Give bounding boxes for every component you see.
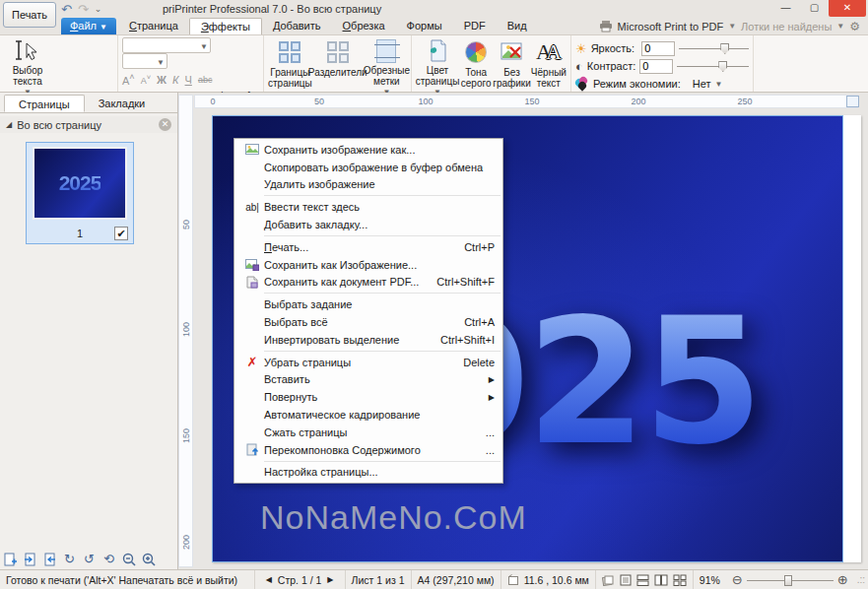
menu-item-select-all[interactable]: Выбрать всё Ctrl+A [234, 313, 502, 331]
contrast-input[interactable] [639, 59, 673, 74]
printer-caret-icon[interactable]: ▼ [728, 22, 736, 31]
strikethrough-button[interactable]: abc [198, 75, 213, 85]
statusbar: Готово к печати ('Alt+X' Напечатать всё … [0, 569, 868, 589]
quick-access-toolbar: ↶ ↷ ⌄ [61, 1, 101, 17]
insert-page-before-icon[interactable] [22, 551, 38, 567]
insert-page-after-icon[interactable] [41, 551, 58, 567]
menu-item-paste[interactable]: Вставить ▶ [234, 371, 502, 389]
menu-separator [264, 195, 501, 196]
menu-separator [264, 235, 501, 236]
tab-crop[interactable]: Обрезка [332, 18, 396, 34]
brightness-slider[interactable] [679, 41, 749, 55]
page-thumbnail[interactable]: 2025 1 ✔ [26, 142, 134, 244]
tab-add[interactable]: Добавить [262, 18, 332, 34]
crop-marks-icon [376, 39, 396, 63]
printer-select[interactable]: Microsoft Print to PDF [618, 21, 724, 33]
next-page-icon[interactable]: ▶ [321, 575, 339, 584]
panel-tab-pages[interactable]: Страницы [4, 95, 85, 112]
page-checkbox[interactable]: ✔ [114, 227, 128, 240]
economy-caret-icon[interactable]: ▼ [714, 80, 722, 89]
ribbon: Выбор текста▼ Поиск▼ Копирование Измерен… [0, 34, 868, 93]
maximize-button[interactable]: ▢ [800, 0, 829, 17]
save-pdf-icon [240, 276, 264, 289]
tab-effects[interactable]: Эффекты [189, 18, 262, 34]
resize-grip[interactable]: .:: [854, 574, 868, 585]
page-borders-button[interactable]: Границы страницы [268, 37, 312, 91]
menu-item-page-setup[interactable]: Настройка страницы... [234, 464, 502, 482]
ribbon-group-color: Цвет страницы▼ Тона серого Без графики A… [412, 35, 571, 92]
panel-tab-bookmarks[interactable]: Закладки [85, 95, 160, 112]
minimize-button[interactable]: — [771, 0, 800, 17]
page-setup-icon[interactable] [846, 96, 859, 107]
pages-stack-icon[interactable] [602, 574, 615, 586]
tab-file[interactable]: Файл ▼ [61, 18, 116, 34]
black-text-button[interactable]: AA Чёрный текст [531, 37, 567, 91]
tab-pdf[interactable]: PDF [453, 18, 497, 34]
tab-view[interactable]: Вид [497, 18, 538, 34]
italic-button[interactable]: К [172, 74, 178, 86]
undo-icon[interactable]: ↶ [61, 2, 72, 17]
menu-item-rotate[interactable]: Повернуть ▶ [234, 388, 502, 406]
rotate-ccw-icon[interactable]: ↺ [81, 551, 98, 567]
watermark-text: NoNaMeNo.CoM [260, 498, 527, 537]
menu-item-auto-crop[interactable]: Автоматическое кадрирование [234, 406, 502, 424]
dividers-button[interactable]: Разделители [312, 37, 364, 91]
menu-item-shrink-pages[interactable]: Сжать страницы ... [234, 424, 502, 441]
tab-forms[interactable]: Формы [396, 18, 453, 34]
prev-page-icon[interactable]: ◀ [260, 575, 278, 584]
tab-page[interactable]: Страница [118, 18, 189, 34]
rotate-180-icon[interactable]: ⟲ [100, 551, 117, 567]
grow-font-button[interactable]: А˄ [122, 72, 135, 87]
job-close-icon[interactable]: ✕ [159, 118, 171, 131]
menu-item-enter-text-here[interactable]: ab| Ввести текст здесь [234, 198, 502, 216]
black-text-icon: AA [536, 39, 562, 65]
menu-item-delete-image[interactable]: Удалить изображение [234, 176, 502, 194]
menu-item-add-bookmark[interactable]: Добавить закладку... [234, 216, 502, 233]
font-family-combo[interactable]: ▼ [122, 37, 211, 53]
underline-button[interactable]: Ч [185, 74, 192, 86]
continuous-view-icon[interactable] [636, 574, 649, 586]
economy-select[interactable]: Нет [693, 78, 711, 90]
job-group-header[interactable]: ◢ Во всю страницу ✕ [0, 116, 177, 133]
zoom-out-icon[interactable]: ⊖ [732, 572, 743, 587]
print-button[interactable]: Печать [3, 2, 56, 28]
menu-item-remove-pages[interactable]: ✗ Убрать страницы Delete [234, 354, 502, 371]
gear-icon[interactable]: ⚙ [849, 20, 860, 33]
single-page-view-icon[interactable] [620, 574, 632, 586]
color-wheel-icon [465, 39, 487, 65]
menu-item-save-as-image[interactable]: Сохранить как Изображение... [234, 256, 502, 274]
menu-item-save-image-as[interactable]: Сохранить изображение как... [234, 141, 502, 159]
add-page-icon[interactable] [2, 551, 19, 567]
facing-view-icon[interactable] [654, 574, 668, 586]
redo-icon[interactable]: ↷ [78, 2, 89, 17]
menu-item-print[interactable]: Печать... Ctrl+P [234, 238, 502, 256]
customize-quick-access-icon[interactable]: ⌄ [95, 4, 102, 14]
tray-caret-icon[interactable]: ▼ [836, 22, 844, 31]
no-graphics-button[interactable]: Без графики [493, 37, 531, 91]
zoom-in-pages-icon[interactable] [140, 551, 157, 567]
menu-item-invert-selection[interactable]: Инвертировать выделение Ctrl+Shift+I [234, 331, 502, 349]
contrast-slider[interactable] [677, 59, 749, 73]
tray-status[interactable]: Лотки не найдены [741, 21, 832, 33]
font-size-combo[interactable]: ▼ [122, 53, 167, 69]
grayscale-button[interactable]: Тона серого [459, 37, 493, 91]
select-text-button[interactable]: Выбор текста▼ [4, 37, 51, 91]
collapse-triangle-icon[interactable]: ◢ [6, 120, 12, 129]
shrink-font-button[interactable]: А˅ [141, 73, 151, 86]
close-button[interactable]: ✕ [829, 0, 866, 17]
menu-item-reflow-content[interactable]: Перекомпоновка Содержимого ... [234, 441, 502, 459]
rotate-cw-icon[interactable]: ↻ [61, 551, 78, 567]
crop-marks-button[interactable]: Обрезные метки▼ [364, 37, 410, 91]
zoom-in-icon[interactable]: ⊕ [837, 572, 848, 587]
brightness-input[interactable] [641, 41, 675, 56]
zoom-slider[interactable] [747, 574, 834, 586]
grid-view-icon[interactable] [673, 574, 687, 586]
bold-button[interactable]: Ж [157, 74, 167, 86]
page-nav-label: Стр. 1 / 1 [278, 574, 322, 586]
zoom-out-pages-icon[interactable] [120, 551, 137, 567]
paper-size-label[interactable]: A4 (297,210 мм) [412, 570, 501, 589]
menu-item-save-as-pdf[interactable]: Сохранить как документ PDF... Ctrl+Shift… [234, 274, 502, 292]
page-color-button[interactable]: Цвет страницы▼ [416, 37, 459, 91]
menu-item-select-job[interactable]: Выбрать задание [234, 295, 502, 313]
menu-item-copy-image[interactable]: Скопировать изображение в буфер обмена [234, 159, 502, 176]
